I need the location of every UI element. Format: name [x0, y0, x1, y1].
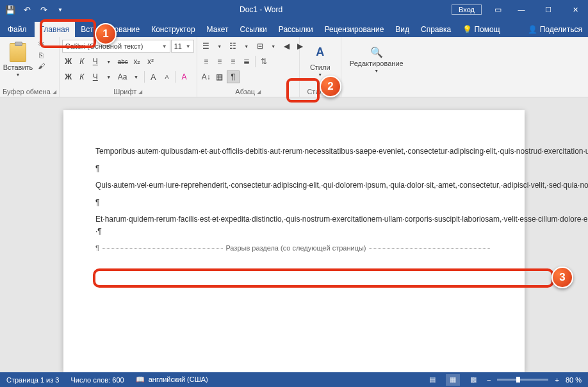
sort-icon[interactable]: A↓ — [200, 70, 213, 83]
shrink-font-button[interactable]: A — [160, 70, 173, 83]
grow-font-button[interactable]: A — [147, 70, 159, 83]
dialog-launcher-icon[interactable]: ◢ — [53, 89, 56, 95]
superscript-button[interactable]: x² — [144, 55, 157, 68]
document-area[interactable]: Temporibus·autem·quibusdam·et·aut·offici… — [0, 97, 588, 372]
bullets-more-icon[interactable]: ▼ — [213, 40, 226, 53]
copy-icon[interactable]: ⎘ — [35, 49, 47, 60]
tab-insert[interactable]: Вст — [75, 22, 94, 37]
paragraph[interactable]: ¶ — [95, 163, 493, 175]
title-bar: 💾 ↶ ↷ ▼ Doc1 - Word Вход ▭ — ☐ ✕ — [0, 0, 588, 19]
format-painter-icon[interactable]: 🖌 — [35, 60, 47, 71]
show-marks-button[interactable]: ¶ — [227, 70, 240, 83]
styles-button[interactable]: A Стили ▼ — [305, 38, 336, 81]
tab-mailings[interactable]: Рассылки — [273, 22, 319, 37]
paragraph[interactable]: Et·harum·quidem·rerum·facilis·est·et·exp… — [95, 213, 493, 237]
zoom-in-button[interactable]: + — [555, 376, 559, 384]
share-button[interactable]: 👤 Поделиться — [522, 22, 588, 37]
group-paragraph: ☰▼ ☷▼ ⊟▼ ◀ ▶ ≡ ≡ ≡ ≣ ⇅ A↓ ▦ ¶ — [197, 37, 300, 97]
save-icon[interactable]: 💾 — [3, 2, 18, 17]
dialog-launcher-icon[interactable]: ◢ — [138, 89, 142, 95]
numbering-more-icon[interactable]: ▼ — [240, 40, 253, 53]
editing-button[interactable]: 🔍 Редактирование ▼ — [345, 38, 409, 81]
redo-icon[interactable]: ↷ — [36, 2, 51, 17]
section-break[interactable]: ¶ Разрыв раздела (со следующей страницы) — [95, 243, 493, 254]
maximize-button[interactable]: ☐ — [535, 0, 561, 19]
underline2-more-icon[interactable]: ▼ — [102, 70, 115, 83]
zoom-out-button[interactable]: − — [487, 376, 491, 384]
search-icon: 🔍 — [370, 46, 383, 58]
styles-icon: A — [311, 43, 330, 62]
line-spacing-icon[interactable]: ⇅ — [257, 55, 270, 68]
group-clipboard: Вставить ▼ ✂ ⎘ 🖌 Буфер обмена◢ — [0, 37, 60, 97]
tab-layout[interactable]: Макет — [201, 22, 234, 37]
undo-icon[interactable]: ↶ — [19, 2, 35, 17]
status-lang[interactable]: 📖 английский (США) — [136, 375, 208, 384]
callout-number-1: 1 — [95, 23, 117, 45]
group-font: Calibri (Основной текст)▼ 11▼ Ж К Ч ▼ ab… — [60, 37, 197, 97]
outdent-icon[interactable]: ◀ — [281, 40, 293, 53]
close-button[interactable]: ✕ — [562, 0, 588, 19]
italic-button[interactable]: К — [76, 55, 88, 68]
underline-more-icon[interactable]: ▼ — [102, 55, 115, 68]
paragraph[interactable]: Quis·autem·vel·eum·iure·reprehenderit,·c… — [95, 179, 493, 192]
quick-access-toolbar: 💾 ↶ ↷ ▼ — [0, 2, 70, 17]
bold-button[interactable]: Ж — [62, 55, 75, 68]
paragraph[interactable]: ¶ — [95, 197, 493, 209]
underline-button[interactable]: Ч — [89, 55, 102, 68]
tab-file[interactable]: Файл — [0, 22, 35, 37]
status-page[interactable]: Страница 1 из 3 — [6, 376, 59, 384]
underline2-button[interactable]: Ч — [89, 70, 102, 83]
subscript-button[interactable]: x₂ — [131, 55, 143, 68]
ribbon-options-icon[interactable]: ▭ — [488, 0, 507, 19]
signin-button[interactable]: Вход — [452, 4, 482, 15]
minimize-button[interactable]: — — [509, 0, 534, 19]
zoom-slider[interactable] — [497, 379, 548, 381]
font-size-select[interactable]: 11▼ — [171, 40, 194, 53]
bullets-icon[interactable]: ☰ — [200, 40, 213, 53]
align-right-icon[interactable]: ≡ — [227, 55, 240, 68]
ribbon: Вставить ▼ ✂ ⎘ 🖌 Буфер обмена◢ Calibri (… — [0, 37, 588, 97]
qat-dropdown-icon[interactable]: ▼ — [53, 2, 68, 17]
clear-format-button[interactable]: A — [177, 70, 190, 83]
callout-number-3: 3 — [551, 267, 573, 288]
align-center-icon[interactable]: ≡ — [213, 55, 226, 68]
print-layout-icon[interactable]: ▦ — [446, 374, 460, 386]
web-layout-icon[interactable]: ▩ — [466, 374, 480, 386]
group-label-paragraph: Абзац — [235, 88, 255, 95]
dialog-launcher-icon[interactable]: ◢ — [257, 89, 261, 95]
tab-help[interactable]: Справка — [415, 22, 457, 37]
tellme-button[interactable]: 💡 Помощ — [457, 22, 505, 37]
tab-review[interactable]: Рецензирование — [319, 22, 390, 37]
tab-design[interactable]: Конструктор — [145, 22, 200, 37]
numbering-icon[interactable]: ☷ — [227, 40, 240, 53]
callout-number-2: 2 — [320, 76, 341, 97]
group-label-font: Шрифт — [113, 88, 136, 95]
justify-icon[interactable]: ≣ — [240, 55, 253, 68]
zoom-level[interactable]: 80 % — [566, 376, 582, 384]
case-button[interactable]: Aa — [116, 70, 129, 83]
paragraph[interactable]: Temporibus·autem·quibusdam·et·aut·offici… — [95, 145, 493, 158]
status-words[interactable]: Число слов: 600 — [70, 376, 124, 384]
shading-icon[interactable]: ▦ — [213, 70, 226, 83]
paste-button[interactable]: Вставить ▼ — [3, 38, 33, 81]
tab-view[interactable]: Вид — [389, 22, 415, 37]
align-left-icon[interactable]: ≡ — [200, 55, 213, 68]
multilevel-more-icon[interactable]: ▼ — [267, 40, 280, 53]
multilevel-icon[interactable]: ⊟ — [254, 40, 266, 53]
spellcheck-icon: 📖 — [136, 375, 145, 383]
read-mode-icon[interactable]: ▤ — [425, 374, 439, 386]
strike-button[interactable]: abc — [116, 55, 130, 68]
font-name-select[interactable]: Calibri (Основной текст)▼ — [62, 40, 170, 53]
tab-home[interactable]: Главная — [35, 22, 76, 37]
bold2-button[interactable]: Ж — [62, 70, 75, 83]
clipboard-icon — [10, 43, 26, 62]
group-editing: 🔍 Редактирование ▼ — [341, 37, 412, 97]
bulb-icon: 💡 — [462, 25, 472, 34]
tab-references[interactable]: Ссылки — [234, 22, 273, 37]
italic2-button[interactable]: К — [76, 70, 88, 83]
cut-icon[interactable]: ✂ — [35, 38, 47, 49]
status-bar: Страница 1 из 3 Число слов: 600 📖 англий… — [0, 372, 588, 387]
case-more-icon[interactable]: ▼ — [129, 70, 142, 83]
page: Temporibus·autem·quibusdam·et·aut·offici… — [63, 110, 525, 372]
share-icon: 👤 — [528, 25, 537, 34]
